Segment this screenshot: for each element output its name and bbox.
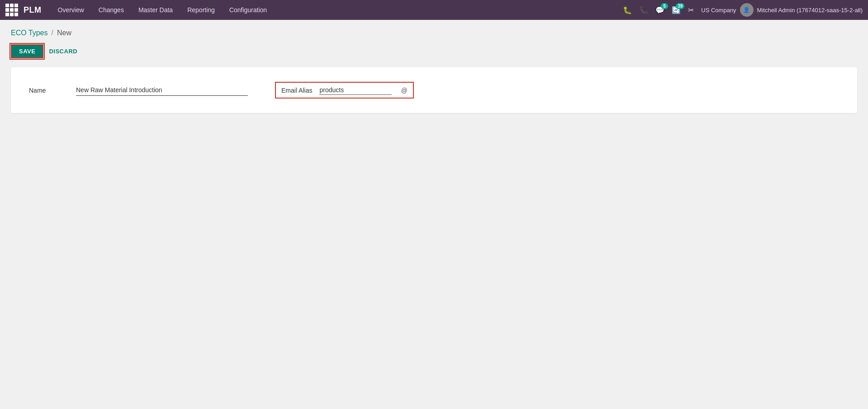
phone-icon[interactable]: 📞 (637, 4, 650, 16)
company-name[interactable]: US Company (701, 7, 736, 14)
menu-item-configuration[interactable]: Configuration (222, 0, 274, 20)
main-menu: Overview Changes Master Data Reporting C… (51, 0, 620, 20)
email-at-symbol: @ (401, 87, 407, 94)
bug-icon[interactable]: 🐛 (621, 4, 634, 16)
nav-right-section: 🐛 📞 💬 5 🔄 39 ✂ US Company 👤 Mitchell Adm… (621, 3, 863, 17)
activity-badge: 39 (676, 3, 684, 9)
settings-icon[interactable]: ✂ (686, 4, 696, 16)
form-card: Name Email Alias @ (11, 67, 857, 113)
discard-button[interactable]: DISCARD (49, 48, 77, 55)
name-label: Name (29, 87, 65, 94)
user-avatar[interactable]: 👤 (740, 3, 754, 17)
form-row: Name Email Alias @ (29, 82, 839, 99)
user-name: Mitchell Admin (17674012-saas-15-2-all) (757, 7, 863, 14)
email-alias-field: Email Alias @ (275, 82, 414, 99)
menu-item-reporting[interactable]: Reporting (180, 0, 222, 20)
breadcrumb-parent[interactable]: ECO Types (11, 29, 48, 37)
menu-item-master-data[interactable]: Master Data (131, 0, 180, 20)
activity-icon[interactable]: 🔄 39 (670, 4, 683, 16)
save-button[interactable]: SAVE (11, 44, 43, 58)
email-alias-label: Email Alias (281, 87, 312, 94)
chat-icon[interactable]: 💬 5 (654, 4, 666, 16)
email-alias-input[interactable] (319, 85, 392, 95)
form-toolbar: SAVE DISCARD (11, 44, 857, 58)
menu-item-changes[interactable]: Changes (91, 0, 131, 20)
app-menu-icon[interactable] (5, 4, 18, 16)
page-content: ECO Types / New SAVE DISCARD Name Email … (0, 20, 868, 131)
chat-badge: 5 (661, 3, 668, 9)
top-navigation: PLM Overview Changes Master Data Reporti… (0, 0, 868, 20)
menu-item-overview[interactable]: Overview (51, 0, 91, 20)
breadcrumb: ECO Types / New (11, 29, 857, 37)
name-field: Name (29, 85, 248, 96)
breadcrumb-current: New (57, 29, 71, 37)
brand-logo[interactable]: PLM (24, 5, 42, 15)
name-input[interactable] (76, 85, 248, 96)
breadcrumb-separator: / (52, 29, 53, 37)
